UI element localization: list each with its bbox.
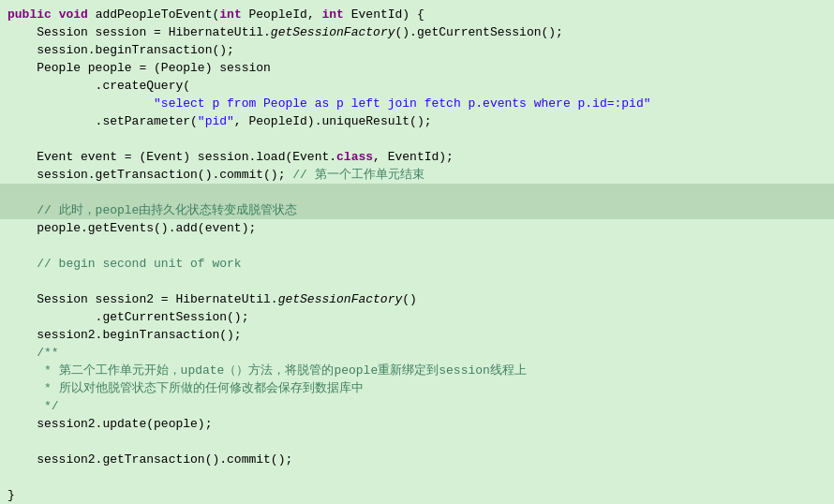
code-line: // 此时，people由持久化状态转变成脱管状态: [0, 201, 834, 219]
code-line: [0, 468, 834, 486]
code-token: session.beginTransaction();: [7, 41, 234, 59]
code-line: * 所以对他脱管状态下所做的任何修改都会保存到数据库中: [0, 379, 834, 397]
code-editor: public void addPeopleToEvent(int PeopleI…: [0, 0, 834, 504]
code-token: void: [59, 6, 88, 23]
code-line: [0, 184, 834, 201]
code-token: * 第二个工作单元开始，update（）方法，将脱管的people重新绑定到se…: [7, 362, 527, 379]
code-token: getSessionFactory: [278, 290, 403, 308]
code-token: "pid": [198, 112, 234, 130]
code-token: Event event = (Event) session.load(Event…: [7, 148, 336, 166]
code-token: .getCurrentSession();: [7, 308, 248, 326]
code-line: [0, 237, 834, 255]
code-token: [7, 95, 154, 112]
code-token: "select p from People as p left join fet…: [154, 95, 651, 112]
code-token: session2.beginTransaction();: [7, 326, 242, 344]
code-token: /**: [7, 344, 59, 362]
code-token: People people = (People) session: [7, 59, 271, 77]
code-token: int: [219, 6, 241, 23]
code-token: getSessionFactory: [271, 23, 395, 41]
code-token: session2.getTransaction().commit();: [7, 451, 292, 468]
code-token: int: [322, 6, 344, 23]
code-line: [0, 273, 834, 290]
code-line: "select p from People as p left join fet…: [0, 95, 834, 112]
code-token: ().getCurrentSession();: [395, 23, 562, 41]
code-line: .setParameter("pid", PeopleId).uniqueRes…: [0, 112, 834, 130]
code-line: Session session2 = HibernateUtil.getSess…: [0, 290, 834, 308]
code-token: // begin second unit of work: [7, 255, 242, 273]
code-token: , PeopleId).uniqueResult();: [234, 112, 432, 130]
code-token: * 所以对他脱管状态下所做的任何修改都会保存到数据库中: [7, 379, 364, 397]
code-line: .createQuery(: [0, 77, 834, 95]
code-line: */: [0, 397, 834, 415]
code-line: public void addPeopleToEvent(int PeopleI…: [0, 6, 834, 23]
code-line: * 第二个工作单元开始，update（）方法，将脱管的people重新绑定到se…: [0, 362, 834, 379]
code-token: PeopleId,: [242, 6, 322, 23]
code-line: }: [0, 486, 834, 504]
code-line: People people = (People) session: [0, 59, 834, 77]
code-token: Session session2 = HibernateUtil.: [7, 290, 278, 308]
code-line: session.beginTransaction();: [0, 41, 834, 59]
code-line: people.getEvents().add(event);: [0, 219, 834, 237]
code-token: , EventId);: [373, 148, 454, 166]
code-line: [0, 433, 834, 451]
code-line: session2.update(people);: [0, 415, 834, 433]
code-line: /**: [0, 344, 834, 362]
code-line: session2.beginTransaction();: [0, 326, 834, 344]
code-token: Session session = HibernateUtil.: [7, 23, 271, 41]
code-line: [0, 130, 834, 148]
code-token: EventId) {: [344, 6, 424, 23]
code-line: session2.getTransaction().commit();: [0, 451, 834, 468]
code-token: */: [7, 397, 59, 415]
code-token: class: [336, 148, 373, 166]
code-token: public: [7, 6, 52, 23]
code-token: [52, 6, 59, 23]
code-token: // 此时，people由持久化状态转变成脱管状态: [7, 201, 297, 219]
code-token: session.getTransaction().commit();: [7, 166, 292, 184]
code-line: // begin second unit of work: [0, 255, 834, 273]
code-token: }: [7, 486, 15, 504]
code-line: Session session = HibernateUtil.getSessi…: [0, 23, 834, 41]
code-token: .createQuery(: [7, 77, 190, 95]
code-token: // 第一个工作单元结束: [292, 166, 424, 184]
code-token: session2.update(people);: [7, 415, 212, 433]
code-token: people.getEvents().add(event);: [7, 219, 256, 237]
code-token: .setParameter(: [7, 112, 198, 130]
code-line: .getCurrentSession();: [0, 308, 834, 326]
code-token: (): [402, 290, 417, 308]
code-token: addPeopleToEvent(: [88, 6, 219, 23]
code-line: session.getTransaction().commit(); // 第一…: [0, 166, 834, 184]
code-line: Event event = (Event) session.load(Event…: [0, 148, 834, 166]
